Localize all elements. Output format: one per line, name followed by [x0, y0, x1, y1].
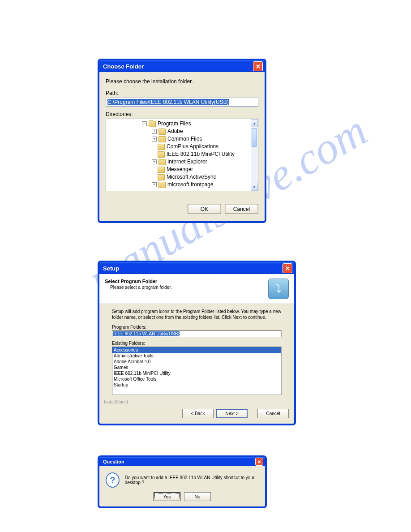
installshield-brand: InstallShield	[99, 399, 294, 404]
list-item[interactable]: Startup	[112, 382, 281, 388]
tree-row[interactable]: + Common Files	[142, 135, 251, 143]
tree-row[interactable]: IEEE 802.11b MiniPCI Utility	[142, 150, 251, 158]
list-item[interactable]: Administrative Tools	[112, 353, 281, 359]
scroll-track[interactable]	[251, 148, 258, 183]
list-item[interactable]: Accessories	[112, 347, 281, 353]
tree-label: Messenger	[167, 166, 193, 173]
cancel-button[interactable]: Cancel	[225, 204, 258, 214]
choose-folder-dialog: Choose Folder ✕ Please choose the instal…	[98, 59, 266, 223]
tree-row[interactable]: + microsoft frontpage	[142, 181, 251, 189]
question-dialog: Question ✕ ? Do you want to add a IEEE 8…	[98, 456, 266, 508]
question-message: Do you want to add a IEEE 802.11b WLAN U…	[125, 475, 259, 485]
close-button[interactable]: ✕	[253, 61, 263, 71]
close-button[interactable]: ✕	[283, 263, 292, 273]
expand-icon[interactable]: +	[152, 182, 157, 187]
tree-row[interactable]: + Adobe	[142, 128, 251, 135]
tree-row[interactable]: ComPlus Applications	[142, 143, 251, 150]
tree-row[interactable]: Microsoft ActiveSync	[142, 173, 251, 181]
folder-icon	[158, 182, 166, 188]
no-button[interactable]: No	[184, 492, 211, 501]
list-item[interactable]: Microsoft Office Tools	[112, 376, 281, 382]
folder-icon	[158, 129, 166, 135]
tree-label: Adobe	[167, 128, 183, 135]
close-icon: ✕	[256, 63, 261, 70]
collapse-icon[interactable]: −	[142, 121, 147, 126]
tree-label: IEEE 802.11b MiniPCI Utility	[167, 150, 235, 158]
wizard-header: Select Program Folder Please select a pr…	[99, 274, 294, 304]
dialog-title: Setup	[103, 265, 283, 272]
setup-dialog: Setup ✕ Select Program Folder Please sel…	[98, 261, 295, 425]
program-folder-input[interactable]: IEEE 802.11b WLAN Utility(USB)	[112, 330, 282, 337]
tree-label: Microsoft ActiveSync	[167, 173, 216, 181]
list-item[interactable]: Adobe Acrobat 4.0	[112, 359, 281, 365]
question-icon: ?	[106, 472, 120, 488]
list-item[interactable]: IEEE 802.11b MiniPCI Utility	[112, 370, 281, 376]
instruction-text: Please choose the installation folder.	[106, 78, 258, 85]
cancel-button[interactable]: Cancel	[257, 409, 289, 418]
close-icon: ✕	[285, 265, 290, 272]
folder-icon	[158, 136, 166, 142]
dialog-title: Question	[103, 459, 255, 464]
tree-row[interactable]: − Program Files	[142, 120, 251, 128]
expand-spacer	[152, 175, 156, 179]
folder-icon	[149, 121, 156, 127]
existing-folders-label: Existing Folders:	[112, 341, 282, 346]
tree-label: microsoft frontpage	[167, 181, 214, 189]
chevron-down-icon: ▼	[253, 185, 256, 189]
folder-icon	[158, 144, 165, 150]
chevron-up-icon: ▲	[253, 121, 256, 125]
titlebar[interactable]: Setup ✕	[99, 262, 294, 274]
tree-label: ComPlus Applications	[167, 143, 218, 150]
dialog-title: Choose Folder	[103, 63, 253, 70]
path-input[interactable]: C:\Program Files\IEEE 802.11b WLAN Utili…	[106, 98, 258, 107]
tree-label: Internet Explorer	[167, 158, 207, 166]
expand-spacer	[152, 167, 156, 172]
scrollbar[interactable]: ▲ ▼	[251, 119, 258, 191]
wizard-subheading: Please select a program folder.	[105, 285, 268, 290]
scroll-down-button[interactable]: ▼	[251, 183, 258, 191]
folder-icon	[158, 159, 166, 165]
folder-icon	[158, 167, 165, 173]
next-button[interactable]: Next >	[216, 409, 248, 418]
folder-icon	[158, 151, 165, 158]
close-button[interactable]: ✕	[255, 458, 263, 466]
directory-tree[interactable]: − Program Files + Adobe + Common Files	[106, 119, 258, 191]
yes-button[interactable]: Yes	[154, 492, 180, 501]
path-label: Path:	[106, 90, 258, 96]
existing-folders-listbox[interactable]: Accessories Administrative Tools Adobe A…	[112, 347, 282, 395]
scroll-thumb[interactable]	[252, 128, 257, 147]
titlebar[interactable]: Question ✕	[99, 457, 265, 466]
installer-icon: ⤵	[268, 279, 289, 299]
back-button[interactable]: < Back	[182, 409, 214, 418]
directories-label: Directories:	[106, 111, 258, 117]
expand-icon[interactable]: +	[152, 159, 157, 164]
scroll-up-button[interactable]: ▲	[251, 119, 258, 127]
list-item[interactable]: Games	[112, 365, 281, 370]
tree-row[interactable]: + Internet Explorer	[142, 158, 251, 166]
tree-label: Program Files	[158, 120, 191, 128]
titlebar[interactable]: Choose Folder ✕	[99, 60, 265, 72]
expand-icon[interactable]: +	[152, 129, 157, 134]
tree-row[interactable]: Messenger	[142, 166, 251, 173]
folder-icon	[158, 174, 165, 180]
description-text: Setup will add program icons to the Prog…	[112, 309, 282, 320]
wizard-heading: Select Program Folder	[105, 279, 268, 284]
expand-icon[interactable]: +	[152, 137, 157, 142]
program-folders-label: Program Folders:	[112, 325, 282, 330]
expand-spacer	[152, 145, 156, 149]
close-icon: ✕	[257, 459, 261, 464]
tree-label: Common Files	[167, 135, 202, 143]
ok-button[interactable]: OK	[188, 204, 221, 214]
expand-spacer	[152, 152, 156, 156]
